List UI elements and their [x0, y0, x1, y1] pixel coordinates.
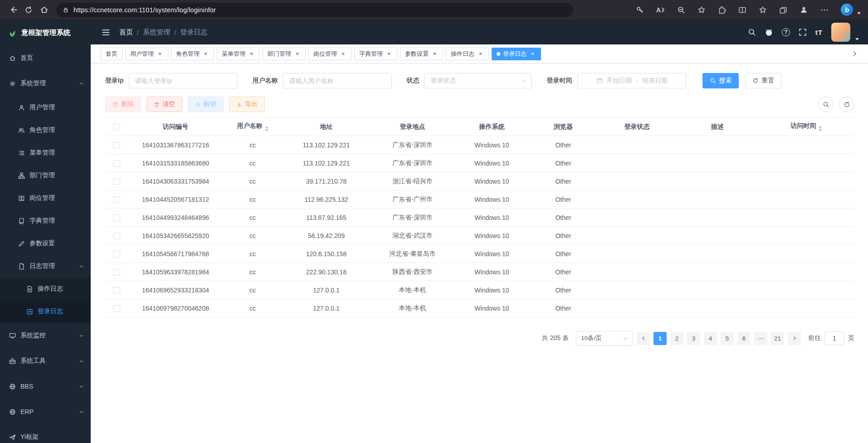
row-checkbox[interactable]	[113, 269, 120, 276]
tab-dept-mgmt[interactable]: 部门管理×	[263, 48, 306, 60]
row-checkbox[interactable]	[113, 178, 120, 185]
close-icon[interactable]: ×	[529, 50, 536, 57]
sidebar-item-system-tools[interactable]: 系统工具	[0, 348, 91, 374]
sidebar-item-dept-mgmt[interactable]: 部门管理	[0, 164, 91, 187]
delete-button[interactable]: 删除	[105, 97, 141, 112]
close-icon[interactable]: ×	[156, 50, 163, 57]
tab-menu-mgmt[interactable]: 菜单管理×	[217, 48, 260, 60]
row-checkbox[interactable]	[113, 196, 120, 203]
row-checkbox[interactable]	[113, 233, 120, 239]
profile-icon[interactable]	[800, 5, 808, 14]
tab-role-mgmt[interactable]: 角色管理×	[171, 48, 214, 60]
zoom-out-icon[interactable]	[677, 6, 685, 14]
clear-button[interactable]: 清空	[146, 97, 182, 112]
user-name-input[interactable]	[283, 73, 392, 88]
close-icon[interactable]: ×	[248, 50, 255, 57]
browser-menu-icon[interactable]	[820, 6, 829, 14]
more-pages-button[interactable]: ⋯	[754, 332, 767, 345]
user-avatar[interactable]	[831, 23, 850, 42]
sort-icon[interactable]	[819, 126, 822, 131]
tab-dict-mgmt[interactable]: 字典管理×	[354, 48, 397, 60]
login-time-range-picker[interactable]: 开始日期 - 结束日期	[577, 73, 686, 88]
lock-icon[interactable]	[63, 7, 69, 13]
breadcrumb-home[interactable]: 首页	[119, 28, 133, 37]
status-select[interactable]: 登录状态	[424, 73, 532, 88]
close-icon[interactable]: ×	[340, 50, 346, 57]
sidebar-item-menu-mgmt[interactable]: 菜单管理	[0, 141, 91, 164]
sidebar-item-operation-log[interactable]: 操作日志	[0, 277, 91, 300]
row-checkbox[interactable]	[113, 160, 120, 167]
page-button-3[interactable]: 3	[687, 332, 700, 345]
text-size-icon[interactable]: tT	[815, 29, 823, 36]
favorites-add-icon[interactable]	[697, 6, 706, 14]
goto-page-input[interactable]	[824, 331, 844, 345]
split-screen-icon[interactable]	[738, 6, 746, 14]
export-button[interactable]: 导出	[229, 97, 265, 112]
table-refresh-button[interactable]	[839, 97, 854, 112]
page-button-5[interactable]: 5	[721, 332, 734, 345]
search-icon[interactable]	[748, 28, 756, 36]
row-checkbox[interactable]	[113, 251, 120, 258]
col-user-name[interactable]: 用户名称	[223, 118, 282, 136]
sort-icon[interactable]	[265, 126, 268, 131]
sidebar-item-bbs[interactable]: BBS	[0, 374, 91, 399]
tabs-scroll-right-icon[interactable]	[851, 50, 858, 57]
close-icon[interactable]: ×	[477, 50, 484, 57]
github-icon[interactable]	[765, 28, 773, 37]
sidebar-item-system-monitor[interactable]: 系统监控	[0, 323, 91, 348]
tab-post-mgmt[interactable]: 岗位管理×	[308, 48, 351, 60]
sidebar-item-home[interactable]: 首页	[0, 45, 91, 71]
sidebar-item-post-mgmt[interactable]: 岗位管理	[0, 187, 91, 209]
reset-button[interactable]: 重置	[745, 73, 781, 88]
sidebar-item-yi-framework[interactable]: Yi框架	[0, 424, 91, 443]
browser-back-button[interactable]	[5, 2, 21, 18]
row-checkbox[interactable]	[113, 287, 120, 294]
tab-user-mgmt[interactable]: 用户管理×	[125, 48, 168, 60]
tab-home[interactable]: 首页	[101, 48, 122, 60]
row-checkbox[interactable]	[113, 214, 120, 221]
sidebar-item-login-log[interactable]: 登录日志	[0, 300, 91, 323]
password-key-icon[interactable]	[636, 6, 644, 14]
read-aloud-icon[interactable]: A	[656, 6, 665, 14]
app-logo[interactable]: 意框架管理系统	[0, 20, 91, 45]
sidebar-item-param-settings[interactable]: 参数设置	[0, 232, 91, 255]
collections-icon[interactable]	[779, 6, 787, 14]
sidebar-item-log-mgmt[interactable]: 日志管理	[0, 255, 91, 277]
bing-chat-icon[interactable]: b	[841, 4, 853, 16]
extensions-icon[interactable]	[718, 6, 726, 14]
next-page-button[interactable]	[788, 332, 801, 345]
close-icon[interactable]: ×	[431, 50, 438, 57]
page-button-6[interactable]: 6	[737, 332, 751, 345]
browser-home-button[interactable]	[36, 2, 52, 18]
close-icon[interactable]: ×	[294, 50, 301, 57]
select-all-checkbox[interactable]	[113, 124, 120, 131]
unlock-button[interactable]: 解锁	[188, 97, 224, 112]
fullscreen-icon[interactable]	[799, 28, 807, 36]
sidebar-item-dict-mgmt[interactable]: 字典管理	[0, 209, 91, 232]
page-button-2[interactable]: 2	[670, 332, 683, 345]
tab-login-log[interactable]: 登录日志×	[492, 48, 541, 60]
row-checkbox[interactable]	[113, 142, 120, 149]
sidebar-item-system-mgmt[interactable]: 系统管理	[0, 71, 91, 96]
page-button-1[interactable]: 1	[653, 332, 667, 345]
close-icon[interactable]: ×	[385, 50, 392, 57]
address-bar[interactable]: https://ccnetcore.com:1101/system/log/lo…	[56, 3, 573, 17]
page-button-last[interactable]: 21	[771, 332, 784, 345]
login-ip-input[interactable]	[129, 73, 238, 88]
table-search-toggle-button[interactable]	[818, 97, 834, 112]
tab-operation-log[interactable]: 操作日志×	[446, 48, 489, 60]
close-icon[interactable]: ×	[202, 50, 209, 57]
help-icon[interactable]: ?	[782, 28, 790, 36]
sidebar-toggle-icon[interactable]	[102, 28, 110, 37]
page-size-select[interactable]: 10条/页	[576, 331, 633, 346]
breadcrumb-section[interactable]: 系统管理	[143, 28, 170, 37]
favorites-icon[interactable]	[759, 6, 767, 14]
tab-param-settings[interactable]: 参数设置×	[400, 48, 443, 60]
page-button-4[interactable]: 4	[704, 332, 717, 345]
row-checkbox[interactable]	[113, 305, 120, 312]
sidebar-item-user-mgmt[interactable]: 用户管理	[0, 96, 91, 119]
sidebar-item-erp[interactable]: ERP	[0, 399, 91, 424]
browser-refresh-button[interactable]	[21, 2, 36, 18]
col-visit-time[interactable]: 访问时间	[758, 118, 854, 136]
sidebar-item-role-mgmt[interactable]: 角色管理	[0, 119, 91, 141]
